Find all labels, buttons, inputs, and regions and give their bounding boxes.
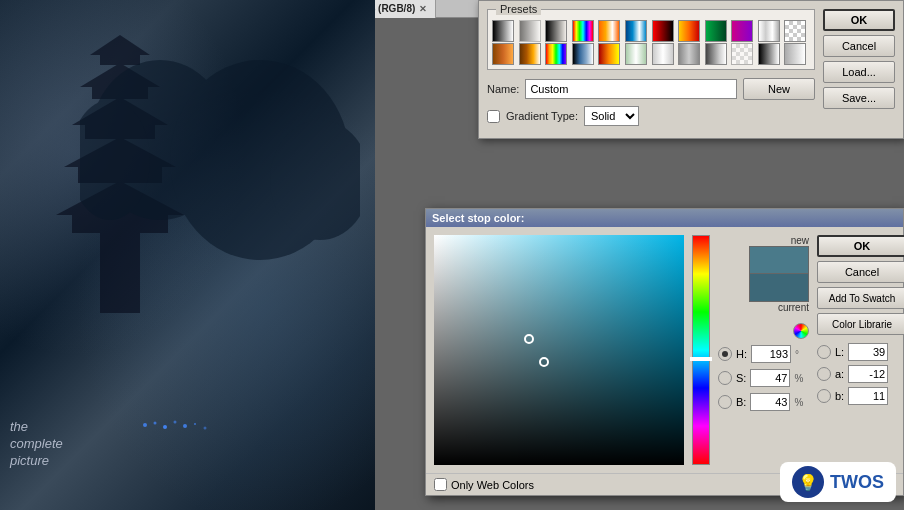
twos-icon: 💡 bbox=[792, 466, 824, 498]
preset-1[interactable] bbox=[492, 20, 514, 42]
gradient-editor-load-button[interactable]: Load... bbox=[823, 61, 895, 83]
color-picker-cancel-button[interactable]: Cancel bbox=[817, 261, 904, 283]
sat-radio[interactable] bbox=[718, 371, 732, 385]
preset-16[interactable] bbox=[572, 43, 594, 65]
preset-8[interactable] bbox=[678, 20, 700, 42]
a-radio[interactable] bbox=[817, 367, 831, 381]
L-radio[interactable] bbox=[817, 345, 831, 359]
preset-3[interactable] bbox=[545, 20, 567, 42]
blue-dots bbox=[140, 415, 240, 435]
color-wheel-icon[interactable] bbox=[793, 323, 809, 339]
b-field-row: b: bbox=[817, 387, 904, 405]
swatch-current-color bbox=[749, 274, 809, 302]
L-label: L: bbox=[835, 346, 844, 358]
color-cursor-2 bbox=[539, 357, 549, 367]
b-label: b: bbox=[835, 390, 844, 402]
name-row: Name: New bbox=[487, 78, 815, 100]
sat-unit: % bbox=[794, 373, 808, 384]
only-web-colors-checkbox[interactable] bbox=[434, 478, 447, 491]
L-input[interactable] bbox=[848, 343, 888, 361]
hue-radio[interactable] bbox=[718, 347, 732, 361]
color-field-brightness bbox=[434, 235, 684, 465]
svg-point-15 bbox=[143, 423, 147, 427]
a-label: a: bbox=[835, 368, 844, 380]
new-button[interactable]: New bbox=[743, 78, 815, 100]
bri-field-row: B: % bbox=[718, 393, 809, 411]
preset-7[interactable] bbox=[652, 20, 674, 42]
hue-slider[interactable] bbox=[692, 235, 710, 465]
a-input[interactable] bbox=[848, 365, 888, 383]
preset-17[interactable] bbox=[598, 43, 620, 65]
hue-cursor bbox=[690, 357, 712, 361]
color-picker-body: new current H: ° S: % bbox=[426, 227, 903, 473]
preset-12[interactable] bbox=[784, 20, 806, 42]
svg-point-18 bbox=[174, 421, 177, 424]
color-wheel-icon-area bbox=[718, 323, 809, 339]
sat-input[interactable] bbox=[750, 369, 790, 387]
preset-24[interactable] bbox=[784, 43, 806, 65]
twos-label: TWOS bbox=[830, 472, 884, 493]
preset-23[interactable] bbox=[758, 43, 780, 65]
preset-10[interactable] bbox=[731, 20, 753, 42]
svg-point-16 bbox=[154, 422, 157, 425]
preset-6[interactable] bbox=[625, 20, 647, 42]
color-libraries-button[interactable]: Color Librarie bbox=[817, 313, 904, 335]
color-picker-buttons: OK Cancel Add To Swatch Color Librarie L… bbox=[817, 235, 904, 465]
preset-13[interactable] bbox=[492, 43, 514, 65]
swatch-current-label: current bbox=[749, 302, 809, 313]
hue-unit: ° bbox=[795, 349, 809, 360]
name-label: Name: bbox=[487, 83, 519, 95]
trees-silhouette bbox=[80, 60, 360, 410]
preset-20[interactable] bbox=[678, 43, 700, 65]
color-picker-right: new current H: ° S: % bbox=[718, 235, 809, 465]
preset-5[interactable] bbox=[598, 20, 620, 42]
sat-field-row: S: % bbox=[718, 369, 809, 387]
preset-11[interactable] bbox=[758, 20, 780, 42]
bri-radio[interactable] bbox=[718, 395, 732, 409]
b-input[interactable] bbox=[848, 387, 888, 405]
preset-4[interactable] bbox=[572, 20, 594, 42]
gradient-type-checkbox[interactable] bbox=[487, 110, 500, 123]
twos-watermark: 💡 TWOS bbox=[780, 462, 896, 502]
preset-22[interactable] bbox=[731, 43, 753, 65]
gradient-editor-save-button[interactable]: Save... bbox=[823, 87, 895, 109]
sat-label: S: bbox=[736, 372, 746, 384]
color-picker-ok-button[interactable]: OK bbox=[817, 235, 904, 257]
hue-field-row: H: ° bbox=[718, 345, 809, 363]
b-radio[interactable] bbox=[817, 389, 831, 403]
bri-input[interactable] bbox=[750, 393, 790, 411]
preset-21[interactable] bbox=[705, 43, 727, 65]
svg-point-20 bbox=[194, 423, 196, 425]
svg-point-21 bbox=[204, 427, 207, 430]
tab-close-2[interactable]: ✕ bbox=[419, 4, 427, 14]
preset-2[interactable] bbox=[519, 20, 541, 42]
gradient-editor-dialog: OK Cancel Load... Save... Presets bbox=[478, 0, 904, 139]
photo-background: the complete picture bbox=[0, 0, 375, 510]
color-field-saturation bbox=[434, 235, 684, 465]
swatch-area: new current bbox=[718, 235, 809, 313]
presets-section: Presets bbox=[487, 9, 815, 70]
color-field[interactable] bbox=[434, 235, 684, 465]
gradient-type-select[interactable]: Solid Noise bbox=[584, 106, 639, 126]
preset-9[interactable] bbox=[705, 20, 727, 42]
name-input[interactable] bbox=[525, 79, 737, 99]
preset-18[interactable] bbox=[625, 43, 647, 65]
photo-caption: the complete picture bbox=[10, 419, 63, 470]
color-picker-dialog: Select stop color: new current bbox=[425, 208, 904, 496]
svg-point-19 bbox=[183, 424, 187, 428]
preset-15[interactable] bbox=[545, 43, 567, 65]
gradient-editor-cancel-button[interactable]: Cancel bbox=[823, 35, 895, 57]
bri-label: B: bbox=[736, 396, 746, 408]
hue-label: H: bbox=[736, 348, 747, 360]
hue-input[interactable] bbox=[751, 345, 791, 363]
svg-marker-0 bbox=[90, 35, 150, 55]
color-picker-titlebar: Select stop color: bbox=[426, 209, 903, 227]
color-cursor-1 bbox=[524, 334, 534, 344]
svg-point-17 bbox=[163, 425, 167, 429]
preset-19[interactable] bbox=[652, 43, 674, 65]
add-to-swatch-button[interactable]: Add To Swatch bbox=[817, 287, 904, 309]
gradient-editor-ok-button[interactable]: OK bbox=[823, 9, 895, 31]
swatch-new-label: new bbox=[749, 235, 809, 246]
a-field-row: a: bbox=[817, 365, 904, 383]
preset-14[interactable] bbox=[519, 43, 541, 65]
